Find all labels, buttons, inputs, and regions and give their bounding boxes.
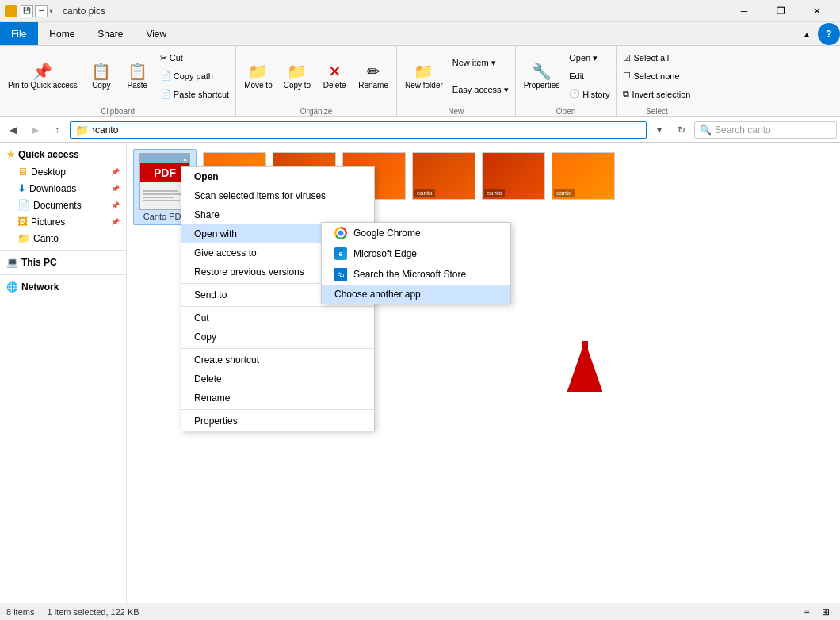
cut-button[interactable]: ✂ Cut [157,50,232,66]
select-small-buttons: ☑ Select all ☐ Select none ⧉ Invert sele… [620,49,693,103]
open-group-content: 🔧 Properties Open ▾ Edit 🕐 History [519,49,613,103]
sidebar-item-documents[interactable]: 📄 Documents 📌 [0,197,126,213]
select-none-label: Select none [633,71,679,81]
this-pc-header[interactable]: 💻 This PC [0,254,126,271]
file-item-img4[interactable]: canto [412,149,475,225]
rename-button[interactable]: ✏ Rename [353,49,393,103]
help-button[interactable]: ? [818,23,840,45]
ctx-create-shortcut[interactable]: Create shortcut [181,350,374,369]
pictures-pin-icon: 📌 [111,218,120,226]
ctx-delete[interactable]: Delete [181,369,374,388]
refresh-button[interactable]: ↻ [672,121,691,140]
ctx-copy[interactable]: Copy [181,327,374,346]
move-to-button[interactable]: 📁 Move to [239,49,277,103]
select-all-icon: ☑ [623,53,631,63]
sidebar-divider-1 [0,250,126,251]
ctx-rename[interactable]: Rename [181,388,374,408]
clipboard-small-buttons: ✂ Cut 📄 Copy path 📄 Paste shortcut [157,49,232,103]
ctx-cut[interactable]: Cut [181,308,374,327]
new-folder-button[interactable]: 📁 New folder [400,49,448,103]
computer-icon: 💻 [6,257,18,268]
ctx-scan[interactable]: Scan selected items for viruses [181,186,374,205]
open-label: Open [519,105,613,117]
invert-selection-button[interactable]: ⧉ Invert selection [620,86,693,102]
delete-button[interactable]: ✕ Delete [317,49,352,103]
address-bar: ◀ ▶ ↑ 📁 › canto ▾ ↻ 🔍 Search canto [0,117,840,143]
select-none-button[interactable]: ☐ Select none [620,68,693,84]
properties-icon: 🔧 [532,63,552,79]
pin-to-quick-access-button[interactable]: 📌 Pin to Quick access [3,49,82,103]
ctx-properties[interactable]: Properties [181,411,374,431]
submenu-edge[interactable]: e Microsoft Edge [322,243,510,264]
invert-icon: ⧉ [623,89,629,99]
app-icon [5,5,17,17]
open-with-submenu: Google Chrome e Microsoft Edge 🛍 Search … [321,222,511,304]
history-icon: 🕐 [569,89,580,99]
sidebar-item-canto[interactable]: 📁 Canto [0,230,126,247]
restore-button[interactable]: ❐ [762,0,799,22]
network-icon: 🌐 [6,281,18,293]
history-button[interactable]: 🕐 History [566,86,613,102]
search-icon: 🔍 [700,124,712,136]
downloads-label: Downloads [29,183,76,194]
copy-path-icon: 📄 [160,71,171,81]
copy-button[interactable]: 📋 Copy [84,49,119,103]
ribbon-collapse-btn[interactable]: ▲ [796,23,818,45]
quick-undo-btn[interactable]: ↩ [35,5,48,17]
select-all-button[interactable]: ☑ Select all [620,50,693,66]
open-button[interactable]: Open ▾ [566,50,613,66]
copy-icon: 📋 [91,63,111,79]
quick-toolbar: 💾 ↩ ▾ [21,5,53,17]
tab-home[interactable]: Home [38,22,86,45]
main-layout: ★ Quick access 🖥 Desktop 📌 ⬇ Downloads 📌… [0,143,840,603]
select-group: ☑ Select all ☐ Select none ⧉ Invert sele… [617,46,697,116]
close-button[interactable]: ✕ [799,0,835,22]
tab-file[interactable]: File [0,22,38,45]
network-header[interactable]: 🌐 Network [0,278,126,296]
quick-access-header[interactable]: ★ Quick access [0,146,126,163]
minimize-button[interactable]: ─ [726,0,762,22]
paste-button[interactable]: 📋 Paste [120,49,155,103]
ctx-open[interactable]: Open [181,167,374,186]
history-label: History [582,90,609,99]
edit-button[interactable]: Edit [566,68,613,84]
copy-to-button[interactable]: 📁 Copy to [279,49,315,103]
dropdown-button[interactable]: ▾ [650,121,669,140]
file-item-img6[interactable]: canto [552,149,615,225]
up-button[interactable]: ↑ [48,121,67,140]
tab-view[interactable]: View [135,22,178,45]
easy-access-button[interactable]: Easy access ▾ [449,82,512,98]
select-none-icon: ☐ [623,71,631,81]
address-path[interactable]: 📁 › canto [70,121,647,139]
new-item-button[interactable]: New item ▾ [449,55,512,71]
delete-label: Delete [323,81,346,90]
quick-save-btn[interactable]: 💾 [21,5,33,17]
submenu-store[interactable]: 🛍 Search the Microsoft Store [322,264,510,285]
properties-button[interactable]: 🔧 Properties [519,49,565,103]
search-box[interactable]: 🔍 Search canto [694,121,837,139]
clipboard-group: 📌 Pin to Quick access 📋 Copy 📋 Paste ✂ C… [0,46,236,116]
back-button[interactable]: ◀ [3,121,22,140]
new-group-content: 📁 New folder New item ▾ Easy access ▾ [400,49,512,103]
file-item-img5[interactable]: canto [482,149,545,225]
paste-shortcut-label: Paste shortcut [174,90,229,99]
tab-share[interactable]: Share [86,22,135,45]
paste-shortcut-icon: 📄 [160,89,171,99]
forward-button[interactable]: ▶ [25,121,44,140]
paste-shortcut-button[interactable]: 📄 Paste shortcut [157,86,232,102]
sidebar-item-desktop[interactable]: 🖥 Desktop 📌 [0,163,126,180]
desktop-folder-icon: 🖥 [17,166,28,178]
copy-path-button[interactable]: 📄 Copy path [157,68,232,84]
submenu-chrome[interactable]: Google Chrome [322,223,510,243]
window-title: canto pics [63,6,105,17]
submenu-choose-app[interactable]: Choose another app [322,285,510,304]
sidebar-item-downloads[interactable]: ⬇ Downloads 📌 [0,180,126,197]
ctx-properties-label: Properties [194,415,361,427]
sidebar-item-pictures[interactable]: 🖼 Pictures 📌 [0,213,126,230]
open-small-buttons: Open ▾ Edit 🕐 History [566,49,613,103]
thumbnail-view-button[interactable]: ⊞ [818,606,834,618]
quick-toolbar-arrow[interactable]: ▾ [49,6,53,15]
open-group: 🔧 Properties Open ▾ Edit 🕐 History Open [516,46,617,116]
this-pc-label: This PC [21,257,57,268]
list-view-button[interactable]: ≡ [799,606,815,618]
